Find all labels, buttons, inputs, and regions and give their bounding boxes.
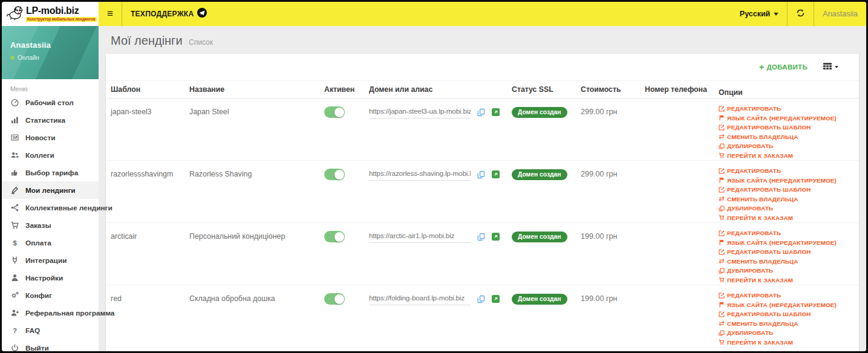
option-edit[interactable]: РЕДАКТИРОВАТЬ — [719, 104, 854, 114]
domain-input[interactable] — [369, 168, 471, 181]
exchange-icon — [719, 258, 725, 264]
external-link-icon[interactable] — [492, 233, 500, 241]
copy-icon[interactable] — [477, 170, 485, 179]
column-header-domain: Домен или алиас — [364, 85, 507, 94]
option-site-language[interactable]: ЯЗЫК САЙТА (НЕРЕДАКТИРУЕМОЕ) — [719, 114, 854, 123]
support-button[interactable]: ТЕХПОДДЕРЖКА — [122, 2, 216, 26]
option-duplicate[interactable]: ДУБЛИРОВАТЬ — [719, 328, 854, 338]
language-label: Русский — [740, 10, 771, 18]
share-icon — [10, 203, 19, 212]
sidebar-item-tariff[interactable]: Выбор тарифа — [2, 164, 99, 181]
edit-icon — [719, 249, 725, 255]
language-selector[interactable]: Русский — [731, 2, 788, 26]
option-edit[interactable]: РЕДАКТИРОВАТЬ — [719, 291, 854, 300]
option-edit[interactable]: РЕДАКТИРОВАТЬ — [719, 228, 854, 238]
copy-icon[interactable] — [477, 295, 485, 303]
option-edit-template[interactable]: РЕДАКТИРОВАТЬ ШАБЛОН — [719, 123, 854, 132]
duplicate-icon — [719, 206, 725, 212]
add-button[interactable]: + ДОБАВИТЬ — [759, 62, 808, 72]
topbar: LP-mobi.biz Конструктор мобильных лендин… — [2, 2, 866, 26]
dashboard-icon — [10, 98, 19, 107]
option-edit[interactable]: РЕДАКТИРОВАТЬ — [719, 166, 854, 176]
sidebar-item-statistics[interactable]: Статистика — [2, 111, 99, 129]
option-duplicate[interactable]: ДУБЛИРОВАТЬ — [719, 141, 854, 151]
topbar-right: Русский Anastasiia — [731, 2, 866, 26]
sidebar-item-logout[interactable]: Выйти — [2, 339, 99, 353]
option-go-to-orders[interactable]: ПЕРЕЙТИ К ЗАКАЗАМ — [719, 276, 854, 285]
sidebar-menu: Рабочий стол Статистика Новости Коллеги … — [2, 94, 99, 353]
edit-icon — [719, 230, 725, 236]
column-header-ssl: Статус SSL — [507, 85, 576, 94]
option-site-language[interactable]: ЯЗЫК САЙТА (НЕРЕДАКТИРУЕМОЕ) — [719, 300, 854, 310]
external-link-icon[interactable] — [492, 295, 500, 303]
sidebar-item-colleagues[interactable]: Коллеги — [2, 146, 99, 164]
option-change-owner[interactable]: СМЕНИТЬ ВЛАДЕЛЬЦА — [719, 132, 854, 142]
online-dot-icon — [10, 56, 15, 60]
option-edit-template[interactable]: РЕДАКТИРОВАТЬ ШАБЛОН — [719, 247, 854, 257]
hamburger-icon: ≡ — [107, 8, 113, 20]
sidebar-item-faq[interactable]: ? FAQ — [2, 322, 99, 339]
option-change-owner[interactable]: СМЕНИТЬ ВЛАДЕЛЬЦА — [719, 319, 854, 329]
row-options: РЕДАКТИРОВАТЬ ЯЗЫК САЙТА (НЕРЕДАКТИРУЕМО… — [714, 348, 859, 351]
active-toggle[interactable] — [324, 293, 345, 305]
row-options: РЕДАКТИРОВАТЬ ЯЗЫК САЙТА (НЕРЕДАКТИРУЕМО… — [714, 161, 859, 222]
sidebar-user-status: Онлайн — [10, 54, 99, 61]
view-toggle-dropdown[interactable] — [823, 62, 838, 73]
domain-input[interactable] — [369, 106, 471, 118]
toggle-knob — [334, 108, 344, 117]
option-edit-template[interactable]: РЕДАКТИРОВАТЬ ШАБЛОН — [719, 185, 854, 195]
edit-icon — [719, 106, 725, 112]
sidebar-item-config[interactable]: Конфиг — [2, 287, 99, 304]
sidebar-item-payment[interactable]: $ Оплата — [2, 234, 99, 251]
active-toggle[interactable] — [324, 106, 345, 118]
option-change-owner[interactable]: СМЕНИТЬ ВЛАДЕЛЬЦА — [719, 195, 854, 204]
table-row: red Складна обробна дошка Домен создан 1… — [106, 285, 859, 348]
active-toggle[interactable] — [324, 169, 345, 180]
external-link-icon[interactable] — [492, 108, 500, 116]
option-site-language[interactable]: ЯЗЫК САЙТА (НЕРЕДАКТИРУЕМОЕ) — [719, 238, 854, 248]
support-label: ТЕХПОДДЕРЖКА — [131, 10, 194, 18]
row-options: РЕДАКТИРОВАТЬ ЯЗЫК САЙТА (НЕРЕДАКТИРУЕМО… — [714, 99, 859, 160]
sidebar-item-news[interactable]: Новости — [2, 129, 99, 146]
sidebar-item-collective-landings[interactable]: Коллективные лендинги — [2, 199, 99, 216]
edit-icon — [719, 311, 725, 317]
option-site-language[interactable]: ЯЗЫК САЙТА (НЕРЕДАКТИРУЕМОЕ) — [719, 176, 854, 186]
sidebar-item-my-landings[interactable]: Мои лендинги — [2, 181, 99, 199]
flag-icon — [719, 239, 725, 245]
sidebar-user-panel: Anastasiia Онлайн — [2, 26, 99, 79]
sidebar-item-settings[interactable]: Настройки — [2, 269, 99, 287]
domain-input[interactable] — [369, 293, 471, 305]
sidebar-item-integrations[interactable]: Интеграции — [2, 251, 99, 269]
refresh-button[interactable] — [788, 2, 814, 26]
refresh-icon — [796, 8, 805, 20]
option-change-owner[interactable]: СМЕНИТЬ ВЛАДЕЛЬЦА — [719, 257, 854, 267]
option-edit-template[interactable]: РЕДАКТИРОВАТЬ ШАБЛОН — [719, 309, 854, 319]
option-go-to-orders[interactable]: ПЕРЕЙТИ К ЗАКАЗАМ — [719, 213, 854, 223]
table-row: japan-steel3 Japan Steel Домен создан 29… — [106, 99, 859, 161]
user-plus-icon — [10, 308, 19, 317]
copy-icon[interactable] — [477, 233, 485, 241]
active-toggle[interactable] — [324, 231, 345, 242]
price-value: 199.00 грн — [581, 294, 618, 303]
option-duplicate[interactable]: ДУБЛИРОВАТЬ — [719, 266, 854, 276]
column-header-options: Опции — [714, 83, 859, 97]
domain-input[interactable] — [369, 230, 471, 243]
grid-icon — [823, 62, 832, 73]
plug-icon — [10, 256, 19, 265]
sidebar-item-orders[interactable]: Заказы — [2, 216, 99, 234]
landings-card: + ДОБАВИТЬ Шаблон Название Активен Домен… — [106, 54, 859, 351]
copy-icon[interactable] — [477, 108, 485, 117]
option-duplicate[interactable]: ДУБЛИРОВАТЬ — [719, 204, 854, 213]
price-value: 299.00 грн — [581, 170, 618, 178]
option-go-to-orders[interactable]: ПЕРЕЙТИ К ЗАКАЗАМ — [719, 338, 854, 348]
sidebar-item-referral[interactable]: Реферальная программа — [2, 304, 99, 322]
add-button-label: ДОБАВИТЬ — [766, 63, 808, 71]
logo[interactable]: LP-mobi.biz Конструктор мобильных лендин… — [2, 2, 99, 26]
table-row: clothes and shoes Чоловічі кросівки Доме… — [106, 348, 859, 351]
external-link-icon[interactable] — [492, 170, 500, 178]
hamburger-button[interactable]: ≡ — [99, 2, 122, 26]
dollar-icon: $ — [10, 238, 19, 247]
account-button[interactable]: Anastasiia — [814, 2, 866, 26]
sidebar-item-desktop[interactable]: Рабочий стол — [2, 94, 99, 111]
option-go-to-orders[interactable]: ПЕРЕЙТИ К ЗАКАЗАМ — [719, 151, 854, 161]
